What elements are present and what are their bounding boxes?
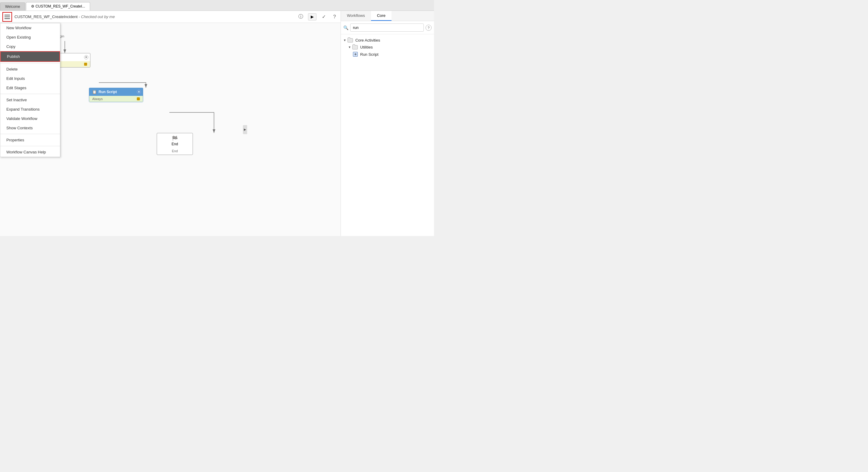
header-subtitle: - Checked out by me <box>79 14 115 19</box>
tab-workflow[interactable]: ⚙CUSTOM_RES_WF_CreateI... <box>26 2 90 10</box>
header-title: CUSTOM_RES_WF_CreateIncident - Checked o… <box>14 14 115 19</box>
folder-icon-utilities <box>352 45 358 50</box>
menu-item-open-existing[interactable]: Open Existing <box>0 33 60 42</box>
dropdown-menu: New Workflow Open Existing Copy Publish … <box>0 23 60 157</box>
right-panel: Workflows Core 🔍 ? ▼ Core Activities <box>341 11 434 236</box>
menu-separator-3 <box>0 134 60 134</box>
end-node-header: 🏁 End <box>157 133 193 149</box>
end-flag-icon: 🏁 <box>172 136 178 141</box>
tab-workflows[interactable]: Workflows <box>341 11 371 21</box>
menu-item-copy[interactable]: Copy <box>0 42 60 51</box>
menu-item-validate-workflow[interactable]: Validate Workflow <box>0 114 60 123</box>
collapse-right-panel-button[interactable]: ▶ <box>243 125 247 134</box>
tree-container: ▼ Core Activities ▼ Utilities ⚙ <box>341 34 434 60</box>
tab-welcome-label: Welcome <box>5 4 20 9</box>
hamburger-line-3 <box>4 19 10 19</box>
end-node-label: End <box>172 142 178 146</box>
hamburger-line-1 <box>4 15 10 15</box>
menu-item-publish[interactable]: Publish <box>0 51 60 62</box>
header-actions: ⓘ ▶ ✓ ? <box>297 13 338 21</box>
workflow-tab-icon: ⚙ <box>31 4 34 8</box>
end-node-sublabel: End <box>157 149 193 155</box>
timer-close-button[interactable]: ✕ <box>84 55 88 59</box>
folder-icon-core-activities <box>347 38 353 42</box>
menu-item-properties[interactable]: Properties <box>0 135 60 145</box>
help-icon[interactable]: ? <box>331 13 338 21</box>
search-input[interactable] <box>350 24 424 32</box>
menu-item-workflow-canvas-help[interactable]: Workflow Canvas Help <box>0 147 60 157</box>
menu-separator-1 <box>0 63 60 63</box>
hamburger-button[interactable] <box>2 12 12 22</box>
run-script-tree-label: Run Script <box>360 52 378 57</box>
menu-item-edit-stages[interactable]: Edit Stages <box>0 83 60 93</box>
end-node[interactable]: 🏁 End End <box>157 133 193 155</box>
info-icon[interactable]: ⓘ <box>297 13 304 21</box>
core-activities-label: Core Activities <box>355 38 380 42</box>
menu-item-expand-transitions[interactable]: Expand Transitions <box>0 104 60 114</box>
main-layout: CUSTOM_RES_WF_CreateIncident - Checked o… <box>0 11 434 236</box>
menu-item-edit-inputs[interactable]: Edit Inputs <box>0 74 60 83</box>
right-panel-body: 🔍 ? ▼ Core Activities ▼ <box>341 21 434 236</box>
tree-arrow-utilities: ▼ <box>348 45 351 49</box>
tab-bar: Welcome ⚙CUSTOM_RES_WF_CreateI... <box>0 0 434 11</box>
run-script-header: 📋 Run Script ✕ <box>89 88 143 96</box>
tab-welcome[interactable]: Welcome <box>0 2 25 10</box>
tree-item-run-script[interactable]: ⚙ Run Script <box>343 51 432 58</box>
run-script-label: Run Script <box>98 90 117 94</box>
run-script-close-button[interactable]: ✕ <box>137 90 141 94</box>
menu-item-new-workflow[interactable]: New Workflow <box>0 23 60 33</box>
menu-item-delete[interactable]: Delete <box>0 64 60 74</box>
right-panel-tabs: Workflows Core <box>341 11 434 21</box>
search-help-icon[interactable]: ? <box>426 25 432 31</box>
header-title-text: CUSTOM_RES_WF_CreateIncident <box>14 14 78 19</box>
tree-arrow-core-activities: ▼ <box>343 39 346 42</box>
search-icon: 🔍 <box>343 25 348 30</box>
tree-item-core-activities[interactable]: ▼ Core Activities <box>343 37 432 44</box>
run-script-node[interactable]: 📋 Run Script ✕ Always <box>89 88 143 102</box>
search-bar: 🔍 ? <box>341 21 434 34</box>
tab-workflow-label: CUSTOM_RES_WF_CreateI... <box>36 4 85 8</box>
run-script-icon: 📋 <box>92 90 97 94</box>
canvas-area: CUSTOM_RES_WF_CreateIncident - Checked o… <box>0 11 341 236</box>
check-icon[interactable]: ✓ <box>320 13 327 21</box>
tab-core[interactable]: Core <box>371 11 392 21</box>
menu-item-set-inactive[interactable]: Set Inactive <box>0 95 60 104</box>
tree-item-utilities[interactable]: ▼ Utilities <box>343 44 432 51</box>
timer-transition-dot <box>84 63 87 66</box>
script-icon: ⚙ <box>353 52 358 57</box>
run-script-transition: Always <box>89 96 143 102</box>
menu-item-show-contexts[interactable]: Show Contexts <box>0 123 60 133</box>
run-script-transition-label: Always <box>92 97 103 101</box>
run-script-transition-dot <box>137 97 140 100</box>
header-bar: CUSTOM_RES_WF_CreateIncident - Checked o… <box>0 11 341 23</box>
hamburger-line-2 <box>4 17 10 17</box>
utilities-label: Utilities <box>360 45 373 50</box>
run-button[interactable]: ▶ <box>308 13 316 21</box>
menu-separator-4 <box>0 146 60 146</box>
menu-separator-2 <box>0 94 60 94</box>
